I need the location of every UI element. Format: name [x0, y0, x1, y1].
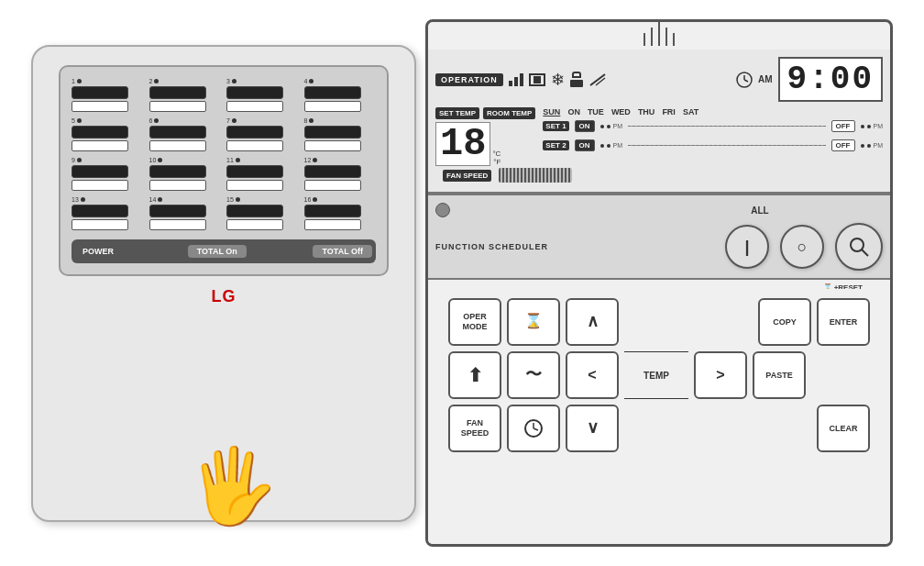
btn-bar-1[interactable]	[72, 86, 128, 99]
display-section: OPERATION ❄	[428, 50, 890, 194]
cell-13: 13	[72, 196, 140, 230]
btn-bar-7[interactable]	[226, 126, 283, 139]
hand-icon: 🖐	[187, 443, 279, 529]
btn-bar-6[interactable]	[149, 126, 206, 139]
btn-bar-4[interactable]	[304, 86, 361, 99]
play-button[interactable]: |	[725, 225, 769, 269]
btn-bar-small-3[interactable]	[226, 101, 283, 112]
clear-key[interactable]: CLEAR	[817, 405, 870, 452]
btn-bar-small-15[interactable]	[226, 219, 283, 230]
cell-2: 2	[149, 78, 218, 112]
num-9: 9	[72, 157, 75, 163]
btn-bar-small-11[interactable]	[226, 180, 283, 191]
kp-row-1: OPERMODE ⌛ ∧ COPY ENTER	[448, 298, 870, 346]
total-on-button[interactable]: TOTAL On	[188, 245, 247, 258]
temp-center-display: TEMP	[624, 351, 688, 399]
dot-16	[313, 197, 317, 202]
set2-off-badge[interactable]: OFF	[831, 139, 855, 151]
btn-bar-small-5[interactable]	[72, 140, 128, 151]
bottom-buttons-row: POWER TOTAL On TOTAL Off	[72, 239, 376, 263]
num-12: 12	[304, 157, 312, 163]
btn-bar-11[interactable]	[226, 165, 283, 178]
hourglass-key[interactable]: ⌛	[507, 298, 560, 346]
chevron-up-key[interactable]: ∧	[566, 298, 619, 346]
btn-bar-3[interactable]	[226, 86, 283, 99]
btn-bar-2[interactable]	[149, 86, 206, 99]
btn-bar-16[interactable]	[304, 205, 361, 217]
svg-line-6	[862, 250, 868, 256]
btn-bar-small-12[interactable]	[304, 180, 361, 191]
temp-section: SET TEMP ROOM TEMP 18 °C °F	[435, 107, 535, 166]
cell-11: 11	[226, 157, 295, 191]
top-row: OPERATION ❄	[435, 57, 883, 102]
dot-2	[154, 79, 159, 83]
inner-panel: 1 2 3 4	[59, 65, 389, 276]
day-thu: THU	[638, 107, 655, 117]
dot-14	[158, 197, 162, 202]
am-label: AM	[758, 74, 773, 84]
cell-16: 16	[304, 196, 373, 230]
clock-icon	[736, 72, 753, 88]
cell-3: 3	[226, 78, 295, 112]
stop-button[interactable]: ○	[780, 225, 824, 269]
num-16: 16	[304, 196, 312, 203]
set1-off-time: PM	[861, 123, 884, 129]
btn-bar-small-13[interactable]	[72, 219, 128, 230]
left-key-icon: <	[588, 366, 596, 383]
total-off-button[interactable]: TOTAL Off	[313, 245, 372, 258]
btn-bar-8[interactable]	[304, 126, 361, 139]
btn-bar-small-14[interactable]	[149, 219, 206, 230]
btn-bar-small-9[interactable]	[72, 180, 128, 191]
function-scheduler-label: FUNCTION SCHEDULER	[435, 242, 548, 251]
btn-bar-5[interactable]	[72, 126, 128, 139]
btn-bar-9[interactable]	[72, 165, 128, 178]
all-label: ALL	[751, 205, 768, 216]
snowflake-icon: ❄	[551, 70, 565, 90]
chevron-down-key[interactable]: ∨	[566, 405, 619, 452]
set1-off-badge[interactable]: OFF	[831, 120, 855, 132]
btn-bar-small-10[interactable]	[149, 180, 206, 191]
set2-dash	[628, 145, 825, 146]
btn-bar-small-7[interactable]	[226, 140, 283, 151]
power-button[interactable]: POWER	[75, 245, 121, 258]
lg-logo: LG	[212, 287, 236, 306]
paste-key[interactable]: PASTE	[753, 351, 806, 399]
time-display: 9:00	[778, 57, 883, 102]
dot-4	[309, 79, 314, 83]
up-key[interactable]: ⬆	[448, 351, 501, 399]
right-key[interactable]: >	[694, 351, 747, 399]
set2-on-badge[interactable]: ON	[575, 139, 595, 151]
set1-row: SET 1 ON PM OFF PM	[543, 120, 883, 132]
btn-bar-small-16[interactable]	[304, 219, 361, 230]
dot-13	[81, 197, 85, 202]
cell-15: 15	[226, 196, 295, 230]
clock-key[interactable]	[507, 405, 560, 452]
set2-badge: SET 2	[543, 140, 568, 150]
day-sat: SAT	[683, 107, 698, 117]
day-tue: TUE	[588, 107, 604, 117]
keypad-section: ⌛ +RESET OPERMODE ⌛ ∧ COPY ENTER ⬆ 〜 < T…	[428, 280, 890, 544]
btn-bar-12[interactable]	[304, 165, 361, 178]
btn-bar-10[interactable]	[149, 165, 206, 178]
cell-6: 6	[149, 117, 218, 151]
wind-key[interactable]: 〜	[507, 351, 560, 399]
btn-bar-14[interactable]	[149, 205, 206, 217]
fan-speed-key[interactable]: FANSPEED	[448, 405, 501, 452]
search-button[interactable]	[835, 223, 883, 271]
set1-on-badge[interactable]: ON	[575, 120, 595, 132]
btn-bar-15[interactable]	[226, 205, 283, 217]
copy-key[interactable]: COPY	[758, 298, 811, 346]
btn-bar-13[interactable]	[72, 205, 128, 217]
dot-10	[158, 158, 162, 162]
enter-key[interactable]: ENTER	[817, 298, 870, 346]
set2-row: SET 2 ON PM OFF PM	[543, 139, 883, 151]
btn-bar-small-4[interactable]	[304, 101, 361, 112]
temp-display: 18	[435, 122, 490, 166]
btn-bar-small-1[interactable]	[72, 101, 128, 112]
btn-bar-small-6[interactable]	[149, 140, 206, 151]
btn-bar-small-2[interactable]	[149, 101, 206, 112]
oper-mode-key[interactable]: OPERMODE	[448, 298, 501, 346]
btn-bar-small-8[interactable]	[304, 140, 361, 151]
left-key[interactable]: <	[566, 351, 619, 399]
kp-row-2: ⬆ 〜 < TEMP > PASTE	[448, 351, 870, 399]
